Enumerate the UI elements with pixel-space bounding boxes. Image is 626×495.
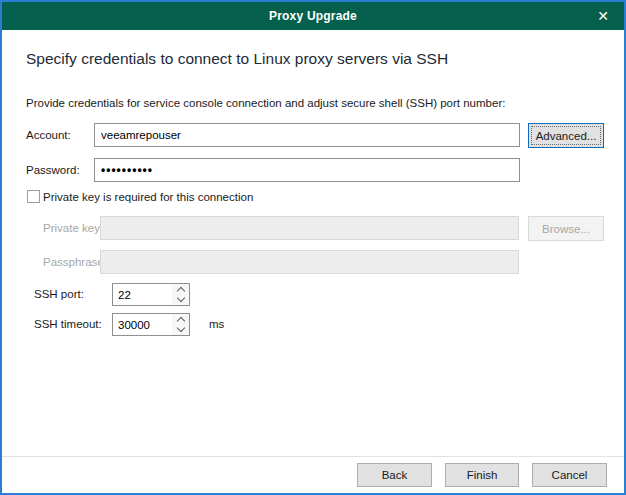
browse-button: Browse... — [528, 216, 604, 241]
cancel-button[interactable]: Cancel — [532, 463, 607, 487]
spinner-down-icon[interactable] — [172, 325, 189, 336]
account-label: Account: — [26, 123, 71, 147]
page-title: Specify credentials to connect to Linux … — [26, 50, 448, 68]
advanced-button[interactable]: Advanced... — [528, 123, 604, 148]
private-key-label: Private key: — [43, 216, 103, 240]
finish-button[interactable]: Finish — [445, 463, 519, 487]
window-title: Proxy Upgrade — [269, 9, 357, 23]
password-label: Password: — [26, 158, 80, 182]
footer-separator — [2, 456, 624, 457]
spinner-down-icon[interactable] — [172, 295, 189, 306]
ssh-timeout-unit: ms — [209, 313, 224, 336]
title-bar[interactable]: Proxy Upgrade ✕ — [2, 2, 624, 30]
account-input[interactable] — [94, 123, 520, 147]
ssh-timeout-spin-buttons — [172, 314, 189, 335]
close-icon[interactable]: ✕ — [586, 2, 620, 30]
ssh-port-input[interactable] — [113, 284, 172, 305]
private-key-checkbox[interactable] — [27, 190, 40, 203]
back-button[interactable]: Back — [357, 463, 432, 487]
ssh-timeout-stepper — [112, 313, 190, 336]
passphrase-input — [100, 250, 519, 274]
ssh-port-spin-buttons — [172, 284, 189, 305]
private-key-input — [100, 216, 519, 240]
ssh-timeout-label: SSH timeout: — [34, 313, 102, 337]
private-key-checkbox-label[interactable]: Private key is required for this connect… — [43, 185, 253, 209]
ssh-timeout-input[interactable] — [113, 314, 172, 335]
password-input[interactable] — [94, 158, 520, 182]
passphrase-label: Passphrase: — [43, 250, 107, 274]
proxy-upgrade-dialog: Proxy Upgrade ✕ Specify credentials to c… — [0, 0, 626, 495]
ssh-port-stepper — [112, 283, 190, 306]
instruction-text: Provide credentials for service console … — [26, 97, 505, 109]
ssh-port-label: SSH port: — [34, 283, 84, 307]
